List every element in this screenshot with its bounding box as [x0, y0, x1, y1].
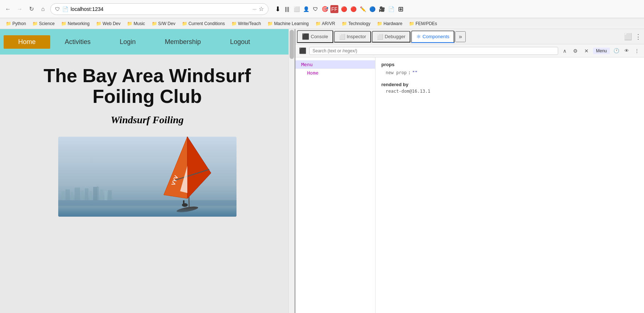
bookmark-python[interactable]: 📁 Python [3, 20, 29, 27]
folder-icon: 📁 [61, 21, 67, 26]
main-area: Home Activities Login Membership Logout … [0, 29, 644, 313]
svg-rect-8 [93, 187, 98, 200]
refresh-button[interactable]: ↻ [26, 4, 36, 14]
close-filter-button[interactable]: ✕ [582, 47, 591, 55]
more-tabs-button[interactable]: » [455, 31, 466, 42]
svg-rect-6 [85, 188, 88, 200]
gear-button[interactable]: ⚙ [571, 47, 580, 55]
prop-value: "" [412, 70, 417, 75]
cursor-icon: ⬛ [302, 33, 309, 40]
url-input[interactable] [71, 6, 250, 12]
tree-item-home[interactable]: Home [295, 69, 375, 77]
visibility-icon-button[interactable]: 👁 [622, 47, 631, 55]
more-options-button[interactable]: ⋮ [632, 47, 641, 55]
shield-icon: 🛡 [55, 6, 60, 12]
nav-home[interactable]: Home [4, 35, 50, 49]
bookmark-technology[interactable]: 📁 Technology [339, 20, 373, 27]
browser-chrome: ← → ↻ ⌂ 🛡 📄 ··· ☆ ⬇ ||| ⬜ 👤 🛡 🎯 FF 🔴 🔴 ✏… [0, 0, 644, 29]
bookmark-networking[interactable]: 📁 Networking [58, 20, 92, 27]
browser-toolbar: ← → ↻ ⌂ 🛡 📄 ··· ☆ ⬇ ||| ⬜ 👤 🛡 🎯 FF 🔴 🔴 ✏… [0, 0, 644, 18]
sync-ext-icon[interactable]: ⬜ [293, 5, 301, 13]
svg-point-17 [182, 203, 188, 207]
dock-button[interactable]: ⬜ [624, 32, 632, 41]
bookmark-webdev[interactable]: 📁 Web Dev [93, 20, 123, 27]
rendered-by-section: rendered by react-dom@16.13.1 [381, 82, 638, 94]
more-button[interactable]: ··· [253, 6, 257, 12]
devtools-tab-debugger[interactable]: ⬜ Debugger [372, 31, 410, 43]
bookmark-star-icon[interactable]: ☆ [259, 5, 264, 12]
ext3-icon[interactable]: 🔴 [340, 5, 348, 13]
time-icon-button[interactable]: 🕐 [612, 47, 621, 55]
nav-logout[interactable]: Logout [215, 35, 265, 49]
folder-icon: 📁 [315, 21, 321, 26]
folder-icon: 📁 [127, 21, 132, 26]
nav-buttons: ← → ↻ ⌂ [3, 4, 48, 14]
debugger-icon: ⬜ [377, 34, 383, 40]
library-ext-icon[interactable]: ||| [283, 5, 291, 13]
bookmark-hardware[interactable]: 📁 Hardware [374, 20, 405, 27]
devtools-tab-console[interactable]: ⬜ Inspector [334, 31, 371, 43]
bookmark-ml[interactable]: 📁 Machine Learning [265, 20, 311, 27]
ext7-icon[interactable]: 🎥 [378, 5, 386, 13]
back-button[interactable]: ← [3, 4, 13, 14]
console-tab-label: Inspector [347, 34, 366, 39]
home-button[interactable]: ⌂ [38, 4, 48, 14]
devtools-content: Menu Home props new prop : "" render [295, 57, 644, 313]
folder-icon: 📁 [32, 21, 38, 26]
ext2-icon[interactable]: FF [330, 5, 338, 13]
svg-rect-3 [71, 192, 73, 200]
devtools-tab-inspector[interactable]: ⬛ Console [297, 30, 333, 43]
bookmark-science[interactable]: 📁 Science [29, 20, 57, 27]
folder-icon: 📁 [267, 21, 273, 26]
folder-icon: 📁 [409, 21, 414, 26]
svg-rect-11 [100, 189, 103, 200]
folder-icon: 📁 [231, 21, 237, 26]
bookmark-music[interactable]: 📁 Music [124, 20, 148, 27]
scrollbar[interactable] [289, 29, 294, 313]
ext9-icon[interactable]: ⊞ [397, 5, 405, 13]
windsurfer-image: VYV [58, 137, 236, 217]
svg-rect-13 [108, 190, 112, 200]
page-icon: 📄 [62, 6, 68, 12]
devtools-tab-components[interactable]: ⚛ Components [411, 31, 454, 43]
tree-item-menu[interactable]: Menu [295, 60, 375, 69]
props-label: props [381, 62, 638, 67]
forward-button[interactable]: → [15, 4, 25, 14]
select-element-button[interactable]: ⬛ [298, 47, 307, 55]
component-search-input[interactable] [309, 47, 558, 55]
bookmark-current-conditions[interactable]: 📁 Current Conditions [179, 20, 228, 27]
page-subtitle: Windsurf Foiling [15, 114, 280, 126]
ext6-icon[interactable]: 🔵 [368, 5, 376, 13]
ext8-icon[interactable]: 📄 [387, 5, 395, 13]
folder-icon: 📁 [377, 21, 382, 26]
components-tab-label: Components [422, 34, 449, 39]
bookmark-arvr[interactable]: 📁 AR/VR [313, 20, 338, 27]
scrollbar-thumb[interactable] [290, 30, 294, 59]
devtools-panel: ⬛ Console ⬜ Inspector ⬜ Debugger ⚛ Compo… [295, 29, 644, 313]
extensions-bar: ⬇ ||| ⬜ 👤 🛡 🎯 FF 🔴 🔴 ✏️ 🔵 🎥 📄 ⊞ [271, 4, 408, 14]
user-ext-icon[interactable]: 👤 [302, 5, 310, 13]
devtools-options[interactable]: ⋮ [634, 32, 643, 41]
page-title: The Bay Area Windsurf Foiling Club [15, 65, 280, 107]
download-ext-icon[interactable]: ⬇ [274, 5, 282, 13]
webpage-area: Home Activities Login Membership Logout … [0, 29, 295, 313]
bookmark-write-teach[interactable]: 📁 Write/Teach [228, 20, 264, 27]
svg-marker-9 [97, 186, 98, 187]
bookmark-fem[interactable]: 📁 FEM/PDEs [406, 20, 440, 27]
components-icon: ⚛ [416, 33, 421, 40]
search-expand-button[interactable]: ∧ [560, 47, 569, 55]
console-icon: ⬜ [339, 34, 345, 40]
address-bar: 🛡 📄 ··· ☆ [50, 3, 269, 15]
nav-activities[interactable]: Activities [50, 35, 105, 49]
bookmark-swdev[interactable]: 📁 S/W Dev [149, 20, 178, 27]
folder-icon: 📁 [96, 21, 102, 26]
shield-ext-icon[interactable]: 🛡 [311, 5, 319, 13]
component-props: props new prop : "" rendered by react-do… [375, 57, 644, 313]
nav-login[interactable]: Login [105, 35, 150, 49]
ext1-icon[interactable]: 🎯 [321, 5, 329, 13]
devtools-tabs: ⬛ Console ⬜ Inspector ⬜ Debugger ⚛ Compo… [295, 29, 644, 44]
svg-rect-18 [183, 200, 184, 205]
ext4-icon[interactable]: 🔴 [349, 5, 357, 13]
ext5-icon[interactable]: ✏️ [359, 5, 367, 13]
nav-membership[interactable]: Membership [150, 35, 215, 49]
